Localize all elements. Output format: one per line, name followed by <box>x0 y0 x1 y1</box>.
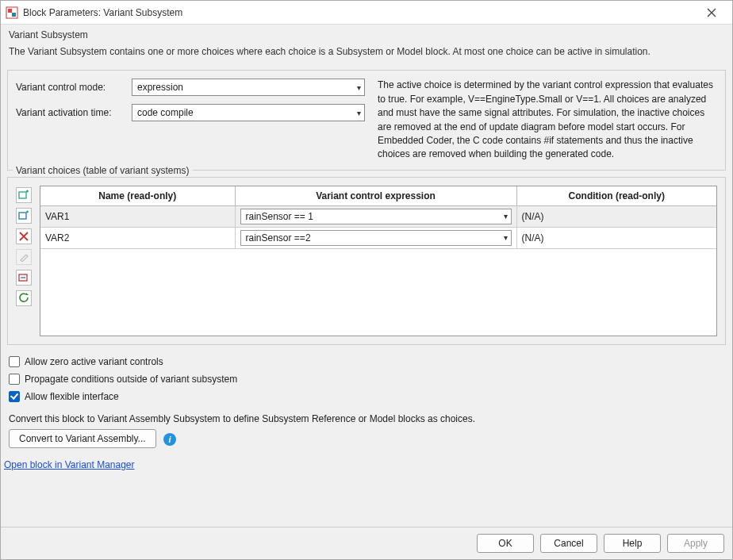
open-block-button[interactable] <box>16 270 32 286</box>
chevron-down-icon: ▾ <box>357 109 361 117</box>
cell-cond: (N/A) <box>516 205 716 227</box>
activation-time-value: code compile <box>137 107 194 118</box>
delete-row-button[interactable] <box>16 228 32 244</box>
control-mode-dropdown[interactable]: expression ▾ <box>132 79 365 96</box>
checkbox-area: Allow zero active variant controls Propa… <box>1 348 732 412</box>
flexible-label: Allow flexible interface <box>25 391 119 402</box>
window-title: Block Parameters: Variant Subsystem <box>23 7 696 18</box>
cell-cond: (N/A) <box>516 227 716 248</box>
mode-help-text: The active choice is determined by the v… <box>378 79 717 161</box>
control-mode-row: Variant control mode: expression ▾ <box>16 79 365 96</box>
svg-rect-3 <box>19 192 26 198</box>
convert-button[interactable]: Convert to Variant Assembly... <box>9 429 156 448</box>
svg-rect-2 <box>12 13 16 17</box>
checkbox-icon <box>9 391 20 402</box>
chevron-down-icon: ▾ <box>504 233 508 242</box>
variant-choices-label: Variant choices (table of variant system… <box>13 165 193 176</box>
cell-name: VAR2 <box>40 227 235 248</box>
refresh-button[interactable] <box>16 290 32 306</box>
variant-table[interactable]: Name (read-only) Variant control express… <box>40 186 717 336</box>
dialog-footer: OK Cancel Help Apply <box>1 527 732 559</box>
allow-zero-checkbox[interactable]: Allow zero active variant controls <box>9 356 724 367</box>
svg-rect-1 <box>8 9 12 13</box>
cell-expr[interactable]: rainSensor ==2 ▾ <box>235 227 516 248</box>
cell-expr[interactable]: rainSensor == 1 ▾ <box>235 205 516 227</box>
col-name: Name (read-only) <box>40 186 235 206</box>
mode-fields: Variant control mode: expression ▾ Varia… <box>16 79 365 161</box>
add-model-button[interactable] <box>16 208 32 224</box>
svg-rect-4 <box>19 213 26 219</box>
activation-time-label: Variant activation time: <box>16 107 127 118</box>
app-icon <box>6 6 18 19</box>
info-icon[interactable]: i <box>163 433 176 446</box>
col-cond: Condition (read-only) <box>516 186 716 206</box>
open-variant-manager-link[interactable]: Open block in Variant Manager <box>1 455 732 478</box>
checkbox-icon <box>9 374 20 385</box>
dialog-content: Variant Subsystem The Variant Subsystem … <box>1 25 732 527</box>
activation-time-row: Variant activation time: code compile ▾ <box>16 104 365 121</box>
table-header-row: Name (read-only) Variant control express… <box>40 186 716 206</box>
allow-zero-label: Allow zero active variant controls <box>25 356 163 367</box>
table-row[interactable]: VAR1 rainSensor == 1 ▾ (N/A) <box>40 205 716 227</box>
mode-group: Variant control mode: expression ▾ Varia… <box>7 70 726 170</box>
convert-text: Convert this block to Variant Assembly S… <box>9 413 724 424</box>
flexible-interface-checkbox[interactable]: Allow flexible interface <box>9 391 724 402</box>
control-mode-label: Variant control mode: <box>16 82 127 93</box>
block-type-title: Variant Subsystem <box>1 25 732 42</box>
edit-row-button <box>16 249 32 265</box>
apply-button: Apply <box>667 534 724 553</box>
chevron-down-icon: ▾ <box>357 83 361 92</box>
table-row[interactable]: VAR2 rainSensor ==2 ▾ (N/A) <box>40 227 716 248</box>
propagate-label: Propagate conditions outside of variant … <box>25 374 237 385</box>
variant-table-area: Name (read-only) Variant control express… <box>16 186 717 336</box>
add-subsystem-button[interactable] <box>16 187 32 203</box>
table-toolbar <box>16 186 35 336</box>
activation-time-dropdown[interactable]: code compile ▾ <box>132 104 365 121</box>
chevron-down-icon: ▾ <box>504 212 508 221</box>
expr-dropdown[interactable]: rainSensor ==2 ▾ <box>240 230 512 246</box>
help-button[interactable]: Help <box>604 534 661 553</box>
col-expr: Variant control expression <box>235 186 516 206</box>
close-button[interactable] <box>696 1 727 25</box>
variant-choices-group: Variant choices (table of variant system… <box>7 177 726 345</box>
control-mode-value: expression <box>137 82 183 93</box>
block-description: The Variant Subsystem contains one or mo… <box>1 42 732 67</box>
checkbox-icon <box>9 356 20 367</box>
convert-area: Convert this block to Variant Assembly S… <box>1 412 732 455</box>
title-bar: Block Parameters: Variant Subsystem <box>1 1 732 25</box>
cell-name: VAR1 <box>40 205 235 227</box>
propagate-checkbox[interactable]: Propagate conditions outside of variant … <box>9 374 724 385</box>
expr-dropdown[interactable]: rainSensor == 1 ▾ <box>240 209 512 224</box>
cancel-button[interactable]: Cancel <box>540 534 597 553</box>
ok-button[interactable]: OK <box>477 534 534 553</box>
